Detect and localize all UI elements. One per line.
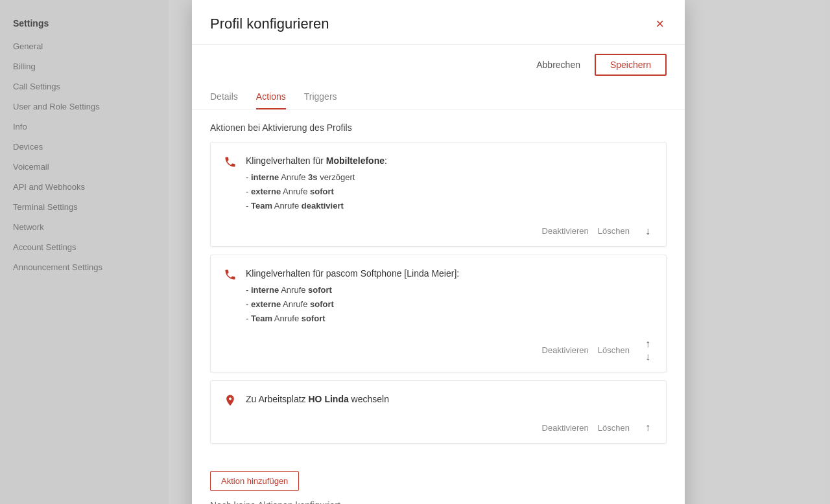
modal-footer: Aktion hinzufügen Noch keine Aktionen ko… — [192, 464, 685, 504]
phone-icon-2 — [224, 268, 237, 284]
cancel-button[interactable]: Abbrechen — [530, 56, 587, 74]
deactivate-button-1[interactable]: Deaktivieren — [542, 225, 589, 237]
tab-triggers[interactable]: Triggers — [304, 85, 337, 109]
modal-overlay: Profil konfigurieren × Abbrechen Speiche… — [0, 0, 830, 504]
card-body-2: Klingelverhalten für pascom Softphone [L… — [246, 267, 653, 326]
card-arrows-1: ↓ — [643, 225, 653, 237]
card-footer-3: Deaktivieren Löschen ↑ — [224, 417, 653, 434]
modal-content: Aktionen bei Aktivierung des Profils Kli… — [192, 109, 685, 464]
add-action-button[interactable]: Aktion hinzufügen — [210, 471, 299, 491]
arrow-down-button-1[interactable]: ↓ — [643, 225, 653, 237]
close-button[interactable]: × — [653, 14, 667, 34]
arrow-down-button-2[interactable]: ↓ — [643, 351, 653, 363]
card-body-3: Zu Arbeitsplatz HO Linda wechseln — [246, 393, 653, 409]
card-detail-2: - interne Anrufe sofort - externe Anrufe… — [246, 283, 653, 326]
phone-icon-1 — [224, 155, 237, 172]
card-arrows-2: ↑ ↓ — [643, 338, 653, 363]
card-title-3: Zu Arbeitsplatz HO Linda wechseln — [246, 393, 653, 406]
card-footer-1: Deaktivieren Löschen ↓ — [224, 220, 653, 237]
card-header-1: Klingelverhalten für Mobiltelefone: - in… — [224, 154, 653, 213]
arrow-up-button-3[interactable]: ↑ — [643, 422, 653, 433]
card-arrows-3: ↑ — [643, 422, 653, 433]
card-header-2: Klingelverhalten für pascom Softphone [L… — [224, 267, 653, 326]
section-title: Aktionen bei Aktivierung des Profils — [210, 122, 667, 133]
modal-title: Profil konfigurieren — [210, 16, 329, 32]
card-footer-2: Deaktivieren Löschen ↑ ↓ — [224, 333, 653, 363]
no-actions-text: Noch keine Aktionen konfiguriert — [210, 500, 667, 504]
card-detail-1: - interne Anrufe 3s verzögert - externe … — [246, 170, 653, 213]
action-card-arbeitsplatz: Zu Arbeitsplatz HO Linda wechseln Deakti… — [210, 380, 667, 444]
location-icon-3 — [224, 394, 237, 410]
modal-actions-bar: Abbrechen Speichern — [192, 45, 685, 85]
deactivate-button-2[interactable]: Deaktivieren — [542, 344, 589, 356]
card-title-2: Klingelverhalten für pascom Softphone [L… — [246, 267, 653, 281]
action-card-mobiltelefone: Klingelverhalten für Mobiltelefone: - in… — [210, 142, 667, 247]
deactivate-button-3[interactable]: Deaktivieren — [542, 422, 589, 434]
delete-button-1[interactable]: Löschen — [598, 225, 630, 237]
tab-details[interactable]: Details — [210, 85, 238, 109]
delete-button-2[interactable]: Löschen — [598, 344, 630, 356]
modal-header: Profil konfigurieren × — [192, 0, 685, 45]
arrow-up-button-2[interactable]: ↑ — [643, 338, 653, 350]
save-button[interactable]: Speichern — [595, 54, 667, 76]
tab-actions[interactable]: Actions — [256, 85, 286, 109]
delete-button-3[interactable]: Löschen — [598, 422, 630, 434]
card-header-3: Zu Arbeitsplatz HO Linda wechseln — [224, 393, 653, 410]
card-title-1: Klingelverhalten für Mobiltelefone: — [246, 154, 653, 168]
action-card-softphone: Klingelverhalten für pascom Softphone [L… — [210, 255, 667, 372]
tabs-bar: Details Actions Triggers — [192, 85, 685, 109]
modal: Profil konfigurieren × Abbrechen Speiche… — [192, 0, 685, 504]
card-body-1: Klingelverhalten für Mobiltelefone: - in… — [246, 154, 653, 213]
